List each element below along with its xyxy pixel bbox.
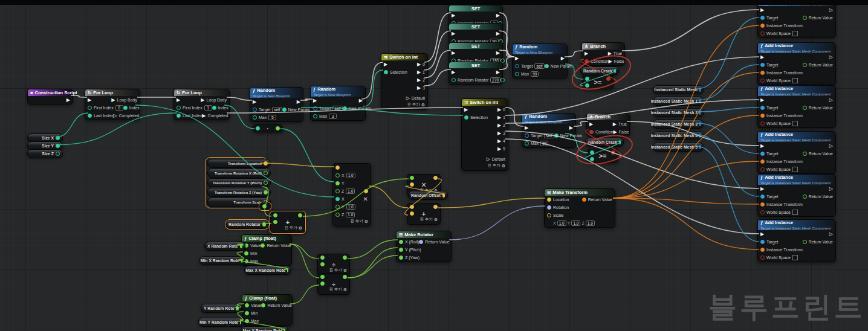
vec-pin[interactable] (433, 176, 438, 180)
get-transform-location[interactable]: Transform Location (207, 159, 271, 168)
get-max-y-random-rote[interactable]: Max Y Random Rote (241, 326, 288, 331)
blueprint-graph-canvas[interactable]: ■Construction Script▶↻For Loop▶▶Loop Bod… (0, 0, 868, 331)
int-pin[interactable] (88, 114, 92, 118)
vec-pin[interactable] (547, 198, 551, 202)
int-pin[interactable] (335, 197, 340, 201)
bool-pin[interactable] (611, 150, 615, 155)
rot-pin[interactable] (419, 240, 423, 244)
exec-pin[interactable]: ▶ (585, 51, 588, 56)
get-max-x-random-rote[interactable]: Max X Random Rote (244, 266, 291, 275)
exec-pin[interactable]: ▶ (497, 139, 501, 144)
add-float[interactable]: 핀 추가⚙+ (270, 211, 305, 233)
get-instanced-static-mesh[interactable]: Instanced Static Mesh (653, 85, 704, 94)
clamp-float-2[interactable]: ƒClamp (float)ValueReturn ValueMinMax (242, 294, 293, 326)
exec-pin[interactable]: ▶ (525, 126, 528, 130)
add-pin-button[interactable]: 핀 추가⚙ (333, 219, 371, 226)
value-box[interactable]: 270 (490, 77, 500, 83)
value-box[interactable]: self (534, 63, 544, 69)
exec-pin[interactable]: ▶ (417, 70, 421, 75)
value-box[interactable]: 1.0 (346, 204, 355, 210)
float-pin[interactable] (264, 171, 268, 175)
float-pin[interactable] (264, 181, 268, 185)
int-pin[interactable] (452, 78, 456, 82)
exec-pin[interactable]: ▶ (561, 56, 565, 61)
int-pin[interactable] (554, 133, 559, 138)
random-2[interactable]: ƒRandomTarget is New Blueprint▶▶Targetse… (310, 86, 366, 121)
bool-pin[interactable] (760, 255, 765, 260)
float-pin[interactable] (320, 281, 325, 286)
random-1[interactable]: ƒRandomTarget is New Blueprint▶▶Targetse… (250, 87, 303, 122)
get-y-random-rote[interactable]: Y Random Rote (201, 304, 242, 313)
exec-pin[interactable]: ▶ (496, 51, 500, 56)
bool-pin[interactable] (585, 59, 589, 63)
exec-pin[interactable]: ▶ (760, 98, 764, 103)
vec-pin[interactable] (264, 161, 268, 166)
get-instanced-static-mesh-2[interactable]: Instanced Static Mesh 2 (653, 108, 704, 117)
for-loop-1[interactable]: ↻For Loop▶▶Loop BodyFirst Index0IndexLas… (85, 89, 140, 120)
float-pin[interactable] (240, 244, 242, 248)
get-random-offset[interactable]: Random Offset (408, 191, 448, 200)
value-box[interactable]: 99 (531, 71, 539, 77)
int-pin[interactable] (619, 140, 621, 144)
value-box[interactable]: 99 (540, 141, 548, 146)
bool-pin[interactable] (760, 79, 765, 83)
float-pin[interactable] (236, 306, 239, 310)
greater-equal-2[interactable]: >= (587, 149, 618, 163)
exec-pin[interactable]: ▶ (497, 108, 501, 112)
add-pin-button[interactable]: 핀 추가⚙ (381, 102, 427, 109)
exec-pin-hollow[interactable]: ▷ (406, 96, 410, 101)
float-pin[interactable] (244, 251, 248, 255)
float-pin[interactable] (298, 213, 302, 217)
add-instance-3[interactable]: ƒAdd InstanceTarget is Instanced Static … (757, 85, 836, 128)
obj-pin[interactable] (313, 106, 317, 111)
value-box[interactable]: 0 (115, 105, 123, 111)
float-pin[interactable] (399, 240, 403, 244)
bool-pin[interactable] (606, 77, 611, 81)
float-pin[interactable] (245, 319, 249, 323)
float-pin[interactable] (335, 189, 340, 193)
exec-pin-hollow[interactable]: ▷ (829, 187, 833, 191)
make-transform[interactable]: ⊞Make TransformLocationReturn ValueRotat… (544, 188, 615, 228)
value-box[interactable]: self (332, 106, 342, 111)
exec-pin[interactable]: ▶ (589, 122, 593, 127)
int-pin[interactable] (590, 150, 594, 155)
exec-pin[interactable]: ▶ (313, 98, 317, 103)
exec-pin[interactable]: ▶ (452, 51, 455, 56)
gear-icon[interactable]: ⚙ (421, 103, 425, 108)
obj-pin[interactable] (699, 88, 701, 92)
add-instance-1[interactable]: ƒAdd InstanceTarget is Instanced Static … (757, 0, 836, 38)
switch-on-int-2[interactable]: ⇉Switch on Int▶▶0Selection▶1▶2▶3▶4▶5▷Def… (461, 98, 508, 171)
vec-pin[interactable] (410, 211, 414, 216)
xform-pin[interactable] (760, 202, 765, 207)
exec-pin[interactable]: ▶ (417, 62, 421, 67)
bool-pin[interactable] (760, 31, 765, 36)
float-pin[interactable] (803, 63, 807, 67)
checkbox[interactable] (792, 78, 798, 83)
obj-pin[interactable] (699, 111, 701, 115)
exec-pin[interactable]: ▶ (177, 98, 180, 103)
int-pin[interactable] (313, 114, 317, 118)
obj-pin[interactable] (699, 122, 701, 126)
int-pin[interactable] (56, 144, 60, 148)
add-pin-button[interactable]: 핀 추가⚙ (462, 163, 508, 170)
float-pin[interactable] (287, 268, 288, 272)
get-transform-rotation-z[interactable]: Transform Rotation Z (Yaw) (207, 188, 271, 197)
exec-pin[interactable]: ▶ (384, 62, 387, 67)
int-pin[interactable] (343, 106, 347, 111)
exec-pin[interactable]: ▶ (613, 122, 617, 127)
float-pin[interactable] (335, 173, 340, 178)
exec-pin[interactable]: ▶ (201, 98, 204, 103)
exec-pin[interactable]: ▶ (497, 123, 501, 128)
float-pin[interactable] (264, 190, 268, 194)
get-min-x-random-rote[interactable]: Min X Random Rote (199, 256, 245, 265)
vec-pin[interactable] (364, 189, 368, 193)
greater-equal-1[interactable]: >= (582, 75, 614, 89)
construction-script[interactable]: ■Construction Script▶ (27, 89, 73, 104)
float-pin[interactable] (803, 194, 807, 199)
get-transform-rotation-y[interactable]: Transform Rotation Y (Pitch) (207, 178, 271, 187)
gear-icon[interactable]: ⚙ (502, 164, 505, 169)
get-random-crack-1[interactable]: Random Crack (580, 66, 619, 76)
exec-pin[interactable]: ▶ (66, 98, 70, 103)
gear-icon[interactable]: ⚙ (343, 288, 347, 292)
int-pin[interactable] (212, 106, 216, 110)
